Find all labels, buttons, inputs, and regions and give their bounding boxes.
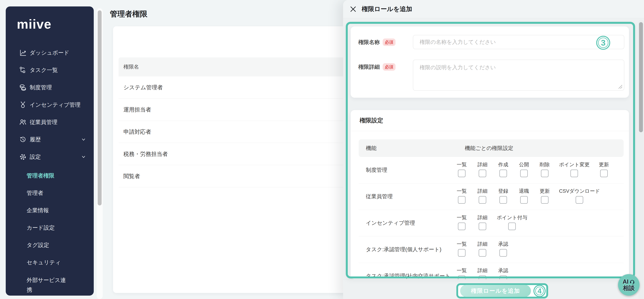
- permission-checkbox[interactable]: [520, 196, 528, 204]
- perm-label: 一覧: [457, 242, 467, 247]
- drawer-title: 権限ロールを追加: [362, 5, 412, 13]
- miive-logo: miive: [6, 6, 94, 32]
- permission-checkbox[interactable]: [479, 170, 486, 177]
- chevron-down-icon: [81, 137, 86, 142]
- resize-grip-icon[interactable]: [618, 84, 622, 89]
- perm-label: 一覧: [457, 215, 467, 220]
- sidebar-item-label: 設定: [30, 153, 41, 161]
- permission-checkbox[interactable]: [576, 196, 583, 204]
- gear-icon: [19, 153, 27, 161]
- perm-label: ポイント変更: [559, 162, 590, 167]
- sidebar-item-label: 従業員管理: [30, 118, 58, 126]
- perm-label: 更新: [540, 188, 550, 194]
- settings-column-header: 機能ごとの権限設定: [465, 144, 514, 152]
- sidebar-scrollbar-thumb[interactable]: [98, 10, 102, 206]
- sidebar-item-label: タスク一覧: [30, 66, 58, 74]
- permission-rows: 制度管理 一覧 詳細 作成 公開 削除 ポイント変更 更新 従業員管理 一覧: [359, 157, 624, 279]
- permission-settings-card: 権限設定 機能 機能ごとの権限設定 制度管理 一覧 詳細 作成 公開 削除 ポイ…: [350, 110, 629, 279]
- sidebar-subitem-company-info[interactable]: 企業情報: [6, 202, 94, 219]
- ai-consult-label-line2: 相談: [623, 285, 635, 291]
- ai-consult-button[interactable]: AI 相談: [618, 274, 640, 296]
- coins-icon: [19, 84, 27, 92]
- permission-checkbox[interactable]: [458, 222, 466, 230]
- sidebar-item-dashboard[interactable]: ダッシュボード: [6, 44, 94, 61]
- sidebar-item-incentives[interactable]: インセンティブ管理: [6, 96, 94, 114]
- permission-row-task-personal: タスク:承認管理(個人サポート) 一覧 詳細 承認: [359, 236, 624, 263]
- permission-checkbox[interactable]: [479, 276, 486, 279]
- permission-checkbox[interactable]: [479, 196, 486, 204]
- required-badge: 必須: [383, 63, 396, 71]
- sidebar-subitem-security[interactable]: セキュリティ: [6, 254, 94, 271]
- perm-label: CSVダウンロード: [559, 188, 600, 194]
- tasks-icon: [19, 66, 27, 74]
- perm-label: 詳細: [478, 242, 488, 247]
- drawer-scrollbar[interactable]: [638, 20, 644, 299]
- sidebar-scrollbar[interactable]: [96, 8, 103, 299]
- role-detail-textarea[interactable]: [413, 60, 624, 91]
- permission-checkbox[interactable]: [500, 196, 507, 204]
- role-info-card: 権限名称 必須 権限詳細 必須: [350, 26, 629, 98]
- perm-label: 承認: [498, 242, 508, 247]
- add-role-drawer: 権限ロールを追加 権限名称 必須 権限詳細 必須: [343, 0, 644, 299]
- perm-label: 詳細: [478, 215, 488, 220]
- permission-checkbox[interactable]: [479, 222, 486, 230]
- perm-label: 更新: [599, 162, 609, 167]
- sidebar-subitem-external-services[interactable]: 外部サービス連携: [6, 271, 70, 296]
- screen: miive ダッシュボード タスク一覧 制度管理: [0, 0, 644, 299]
- close-button[interactable]: [349, 5, 357, 13]
- sidebar-subitem-admin-permissions[interactable]: 管理者権限: [6, 167, 94, 184]
- permission-checkbox[interactable]: [458, 196, 466, 204]
- role-name-input[interactable]: [413, 35, 624, 49]
- permission-checkbox[interactable]: [458, 249, 466, 256]
- permission-checkbox[interactable]: [479, 249, 486, 256]
- permission-checkbox[interactable]: [500, 249, 507, 256]
- annotation-step-3: 3: [596, 36, 610, 50]
- name-field-label: 権限名称: [358, 39, 380, 46]
- sidebar-subitem-card-settings[interactable]: カード設定: [6, 219, 94, 236]
- page-title: 管理者権限: [110, 9, 148, 19]
- permission-row-programs: 制度管理 一覧 詳細 作成 公開 削除 ポイント変更 更新: [359, 157, 624, 184]
- permission-checkbox[interactable]: [520, 170, 528, 177]
- sidebar-subitem-admins[interactable]: 管理者: [6, 184, 94, 202]
- perm-label: 一覧: [457, 162, 467, 167]
- close-icon: [349, 5, 357, 13]
- perm-label: 一覧: [457, 188, 467, 194]
- permission-checkbox[interactable]: [570, 170, 578, 177]
- users-icon: [19, 118, 27, 126]
- permission-checkbox[interactable]: [458, 170, 466, 177]
- sidebar-subitem-tag-settings[interactable]: タグ設定: [6, 236, 94, 254]
- sidebar-item-tasks[interactable]: タスク一覧: [6, 61, 94, 79]
- perm-label: ポイント付与: [497, 215, 527, 220]
- permission-checkbox[interactable]: [458, 276, 466, 279]
- dashboard-icon: [19, 49, 27, 57]
- permission-checkbox[interactable]: [541, 170, 548, 177]
- ai-consult-label-line1: AI: [623, 278, 628, 285]
- permission-checkbox[interactable]: [541, 196, 548, 204]
- chevron-down-icon: [81, 154, 86, 160]
- name-field-row: 権限名称 必須: [358, 35, 624, 49]
- sidebar-item-settings[interactable]: 設定: [6, 148, 94, 166]
- perm-label: 詳細: [478, 162, 488, 167]
- perm-label: 詳細: [478, 268, 488, 273]
- sidebar-item-label: インセンティブ管理: [30, 101, 80, 108]
- sidebar: miive ダッシュボード タスク一覧 制度管理: [6, 6, 94, 296]
- required-badge: 必須: [383, 38, 396, 46]
- drawer-scrollbar-thumb[interactable]: [639, 22, 643, 132]
- permission-checkbox[interactable]: [500, 170, 507, 177]
- history-icon: [19, 136, 27, 144]
- permission-checkbox[interactable]: [600, 170, 608, 177]
- perm-label: 削除: [540, 162, 550, 167]
- permission-row-incentives: インセンティブ管理 一覧 詳細 ポイント付与: [359, 210, 624, 236]
- sidebar-item-employees[interactable]: 従業員管理: [6, 114, 94, 131]
- perm-label: 登録: [498, 188, 508, 194]
- add-role-submit-button[interactable]: 権限ロールを追加: [460, 285, 531, 297]
- permission-checkbox[interactable]: [508, 222, 516, 230]
- sidebar-item-history[interactable]: 履歴: [6, 131, 94, 148]
- sidebar-item-label: 履歴: [30, 136, 41, 143]
- perm-label: 退職: [519, 188, 529, 194]
- settings-sub-nav: 管理者権限 管理者 企業情報 カード設定 タグ設定 セキュリティ 外部サービス連…: [6, 167, 94, 296]
- permission-row-task-social: タスク:承認管理(社内交流サポート 一覧 詳細 承認: [359, 263, 624, 279]
- sidebar-item-programs[interactable]: 制度管理: [6, 79, 94, 96]
- permission-checkbox[interactable]: [500, 276, 507, 279]
- perm-label: 詳細: [478, 188, 488, 194]
